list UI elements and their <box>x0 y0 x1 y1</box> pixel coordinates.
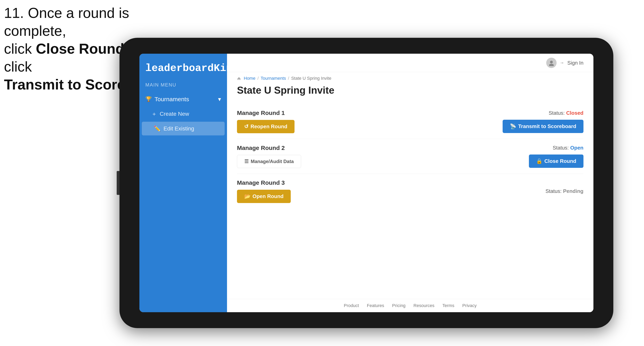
round-3-status-value: Pending <box>563 188 584 194</box>
footer-product[interactable]: Product <box>344 303 359 308</box>
sidebar-logo: leaderboardKing <box>140 54 227 80</box>
open-icon: 📂 <box>244 193 250 199</box>
main-menu-label: MAIN MENU <box>140 80 227 90</box>
round-1-right: Status: Closed 📡 Transmit to Scoreboard <box>502 110 584 133</box>
tablet-side-button <box>117 171 120 195</box>
manage-audit-button[interactable]: ☰ Manage/Audit Data <box>237 155 301 168</box>
user-avatar-icon <box>546 58 556 68</box>
nav-create-new[interactable]: ＋ Create New <box>140 107 227 121</box>
sign-in-area[interactable]: → Sign In <box>546 58 584 68</box>
signin-arrow-icon: → <box>560 60 564 65</box>
close-round-label: Close Round <box>544 158 576 164</box>
nav-edit-existing[interactable]: ✏️ Edit Existing <box>142 122 224 135</box>
round-3-title: Manage Round 3 <box>237 179 291 186</box>
open-round-label: Open Round <box>252 193 284 199</box>
footer-resources[interactable]: Resources <box>414 303 434 308</box>
round-3-status: Status: Pending <box>546 188 584 194</box>
trophy-icon: 🏆 <box>145 96 152 102</box>
round-1-left: Manage Round 1 ↺ Reopen Round <box>237 110 294 133</box>
create-new-label: Create New <box>160 111 189 117</box>
edit-icon: ✏️ <box>154 125 161 132</box>
open-round-button[interactable]: 📂 Open Round <box>237 190 291 203</box>
footer: Product Features Pricing Resources Terms… <box>227 299 594 312</box>
sidebar: leaderboardKing MAIN MENU 🏆 Tournaments … <box>140 54 227 312</box>
breadcrumb-sep2: / <box>288 76 289 81</box>
round-1-status-value: Closed <box>566 110 584 116</box>
audit-icon: ☰ <box>244 159 249 164</box>
logo-text: leaderboardKing <box>145 62 221 74</box>
round-1-status: Status: Closed <box>548 110 584 116</box>
instruction-line2: click <box>4 41 36 57</box>
reopen-round-button[interactable]: ↺ Reopen Round <box>237 120 294 133</box>
breadcrumb-home <box>237 76 242 81</box>
svg-point-3 <box>549 64 554 66</box>
round-2-left: Manage Round 2 ☰ Manage/Audit Data <box>237 145 301 168</box>
edit-existing-label: Edit Existing <box>164 126 194 132</box>
nav-item-tournaments[interactable]: 🏆 Tournaments ▾ <box>140 92 227 107</box>
sidebar-nav: 🏆 Tournaments ▾ ＋ Create New ✏️ Edit Exi… <box>140 90 227 138</box>
plus-icon: ＋ <box>151 110 157 118</box>
footer-pricing[interactable]: Pricing <box>392 303 406 308</box>
nav-tournaments-label: Tournaments <box>154 96 189 103</box>
manage-audit-label: Manage/Audit Data <box>251 159 294 164</box>
tablet-screen: leaderboardKing MAIN MENU 🏆 Tournaments … <box>140 54 594 312</box>
svg-point-2 <box>550 61 553 63</box>
sign-in-text: Sign In <box>567 60 584 66</box>
round-2-title: Manage Round 2 <box>237 145 301 151</box>
transmit-icon: 📡 <box>510 123 516 130</box>
page-content: State U Spring Invite Manage Round 1 ↺ R… <box>227 83 594 299</box>
app-layout: leaderboardKing MAIN MENU 🏆 Tournaments … <box>140 54 594 312</box>
instruction-line1: 11. Once a round is complete, <box>4 5 129 39</box>
breadcrumb-sep1: / <box>258 76 259 81</box>
round-2-status: Status: Open <box>552 145 584 151</box>
header-bar: → Sign In <box>227 54 594 72</box>
round-1-title: Manage Round 1 <box>237 110 294 116</box>
footer-features[interactable]: Features <box>367 303 384 308</box>
footer-privacy[interactable]: Privacy <box>462 303 476 308</box>
round-3-right: Status: Pending <box>546 188 584 194</box>
footer-terms[interactable]: Terms <box>442 303 454 308</box>
reopen-round-label: Reopen Round <box>250 124 287 130</box>
round-section-3: Manage Round 3 📂 Open Round Status: Pend… <box>237 174 584 209</box>
breadcrumb-current: State U Spring Invite <box>291 76 331 81</box>
logo-leaderboard: leaderboard <box>145 62 214 74</box>
round-3-left: Manage Round 3 📂 Open Round <box>237 179 291 203</box>
main-content: → Sign In Home / Tournaments / State <box>227 54 594 312</box>
round-2-right: Status: Open 🔒 Close Round <box>529 145 584 168</box>
round-2-status-value: Open <box>570 145 584 151</box>
reopen-icon: ↺ <box>244 124 248 130</box>
round-section-1: Manage Round 1 ↺ Reopen Round Status: Cl… <box>237 104 584 139</box>
page-title: State U Spring Invite <box>237 85 584 96</box>
chevron-down-icon: ▾ <box>218 96 221 103</box>
lock-icon: 🔒 <box>536 158 542 164</box>
breadcrumb-home-link[interactable]: Home <box>244 76 256 81</box>
tablet-frame: leaderboardKing MAIN MENU 🏆 Tournaments … <box>120 38 613 328</box>
breadcrumb: Home / Tournaments / State U Spring Invi… <box>227 72 594 83</box>
instruction-bold1: Close Round <box>36 41 124 57</box>
transmit-scoreboard-label: Transmit to Scoreboard <box>518 123 576 130</box>
breadcrumb-tournaments-link[interactable]: Tournaments <box>261 76 286 81</box>
transmit-scoreboard-button[interactable]: 📡 Transmit to Scoreboard <box>502 120 584 133</box>
round-section-2: Manage Round 2 ☰ Manage/Audit Data Statu… <box>237 139 584 174</box>
close-round-button[interactable]: 🔒 Close Round <box>529 155 584 168</box>
